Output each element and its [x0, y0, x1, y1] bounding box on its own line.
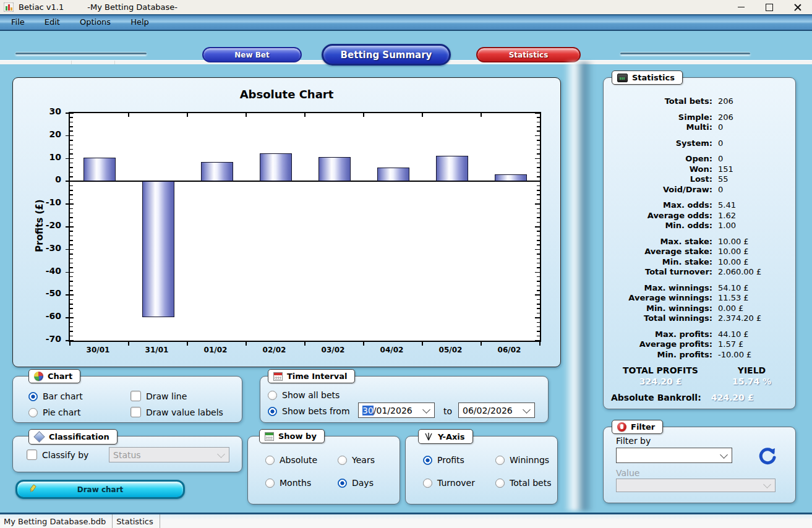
- stat-label: Min. stake:: [609, 257, 712, 268]
- y-tick: [537, 222, 540, 223]
- y-tick: [535, 113, 540, 114]
- calendar-check-icon: [265, 432, 274, 441]
- y-tick: [537, 194, 540, 195]
- status-tab[interactable]: My Betting Database.bdb: [0, 514, 113, 528]
- y-tick-labels: 3020100-10-20-30-40-50-60-70: [34, 112, 65, 339]
- draw-value-labels-checkbox[interactable]: Draw value labels: [130, 407, 223, 417]
- status-bar: My Betting Database.bdbStatistics: [0, 514, 812, 528]
- close-button[interactable]: [784, 0, 812, 14]
- y-axis-radio-turnover[interactable]: Turnover: [423, 478, 475, 488]
- vertical-divider: [564, 62, 594, 511]
- y-tick: [537, 263, 540, 264]
- stat-row: Total winnings:2.374.20 £: [609, 313, 790, 324]
- draw-line-checkbox[interactable]: Draw line: [130, 391, 187, 401]
- stat-row: Lost:55: [609, 174, 790, 185]
- right-ridge-divider: [620, 53, 750, 54]
- app-icon: [4, 2, 14, 12]
- y-tick: [70, 172, 73, 173]
- menu-item-file[interactable]: File: [1, 16, 35, 28]
- stat-value: -10.00 £: [718, 350, 751, 360]
- y-tick: [535, 294, 540, 296]
- close-icon: [794, 4, 801, 11]
- value-label: Value: [616, 468, 639, 478]
- maximize-button[interactable]: [755, 0, 784, 14]
- show-by-radio-years[interactable]: Years: [338, 455, 375, 465]
- date-to-input[interactable]: 06/02/2026: [458, 402, 535, 418]
- chart-bar: [83, 158, 116, 181]
- y-tick: [537, 167, 540, 168]
- statistics-icon: [617, 74, 628, 82]
- bar-chart-radio[interactable]: Bar chart: [28, 391, 83, 401]
- y-axis-radio-profits[interactable]: Profits: [423, 455, 464, 465]
- classify-by-dropdown[interactable]: Status: [109, 447, 229, 462]
- pie-chart-radio[interactable]: Pie chart: [28, 407, 80, 417]
- x-tick: [363, 341, 364, 346]
- stat-value: 0: [718, 138, 723, 149]
- y-axis-radio-total-bets[interactable]: Total bets: [495, 478, 551, 488]
- x-tick-label: 05/02: [426, 346, 476, 354]
- classify-by-checkbox[interactable]: Classify by: [27, 449, 88, 460]
- date-from-input[interactable]: 30/01/2026: [358, 402, 435, 418]
- y-tick: [70, 231, 73, 232]
- menu-item-options[interactable]: Options: [70, 16, 121, 28]
- show-by-radio-days[interactable]: Days: [338, 478, 374, 488]
- stat-label: Min. profits:: [609, 350, 712, 360]
- yield-value: 15.74 %: [719, 377, 784, 386]
- x-tick: [422, 113, 423, 117]
- y-tick: [537, 126, 540, 127]
- new-bet-button[interactable]: New Bet: [202, 47, 302, 62]
- x-tick: [128, 113, 129, 117]
- y-tick: [537, 286, 540, 287]
- y-tick: [70, 240, 73, 241]
- y-tick: [70, 199, 73, 200]
- statistics-panel-header: Statistics: [612, 70, 683, 85]
- minimize-icon: [738, 7, 745, 8]
- y-tick-label: -20: [34, 220, 61, 230]
- chart-bar: [495, 174, 527, 182]
- stat-row: Multi:0: [609, 122, 790, 133]
- y-axis-radio-wininngs[interactable]: Wininngs: [495, 455, 549, 465]
- y-tick-label: 20: [34, 129, 61, 139]
- show-by-radio-months[interactable]: Months: [265, 478, 311, 488]
- stat-label: System:: [609, 138, 712, 149]
- stat-row: System:0: [609, 138, 790, 149]
- show-by-radio-absolute[interactable]: Absolute: [265, 455, 317, 465]
- y-tick: [537, 253, 540, 255]
- x-tick: [363, 113, 364, 117]
- menu-item-edit[interactable]: Edit: [35, 16, 70, 28]
- y-tick: [537, 117, 540, 118]
- betting-summary-button[interactable]: Betting Summary: [322, 44, 451, 66]
- show-by-panel: Show by AbsoluteYearsMonthsDays: [247, 436, 400, 505]
- y-tick: [70, 308, 73, 309]
- minimize-button[interactable]: [727, 0, 755, 14]
- show-bets-from-radio[interactable]: Show bets from: [268, 406, 350, 416]
- filter-by-dropdown[interactable]: [616, 448, 732, 463]
- stat-value: 0: [718, 122, 723, 133]
- y-tick: [535, 135, 540, 137]
- radio-icon: [268, 407, 277, 416]
- y-tick: [537, 313, 540, 314]
- y-tick-label: -50: [34, 288, 61, 298]
- stat-row: Min. stake:10.00 £: [609, 257, 790, 268]
- status-tab[interactable]: Statistics: [113, 514, 160, 528]
- y-tick: [537, 199, 540, 200]
- refresh-icon[interactable]: [756, 446, 777, 467]
- menu-item-help[interactable]: Help: [121, 16, 159, 28]
- x-tick: [304, 341, 306, 346]
- x-tick-label: 06/02: [485, 346, 534, 354]
- y-tick: [537, 290, 540, 291]
- draw-chart-button[interactable]: Draw chart: [15, 480, 185, 499]
- classification-header: Classification: [28, 429, 118, 445]
- statistics-button[interactable]: Statistics: [476, 47, 581, 62]
- x-tick: [481, 113, 482, 117]
- stat-value: 54.10 £: [718, 283, 749, 294]
- value-dropdown[interactable]: [616, 479, 776, 492]
- radio-icon: [28, 408, 38, 417]
- stats-totals: TOTAL PROFITS YIELD 324.20 £ 15.74 % Abs…: [611, 365, 788, 402]
- y-tick: [70, 244, 73, 245]
- y-tick-label: 0: [34, 174, 61, 184]
- y-tick: [66, 203, 74, 205]
- show-all-bets-radio[interactable]: Show all bets: [268, 390, 340, 400]
- total-profits-value: 324.20 £: [611, 377, 710, 386]
- y-tick: [70, 190, 73, 191]
